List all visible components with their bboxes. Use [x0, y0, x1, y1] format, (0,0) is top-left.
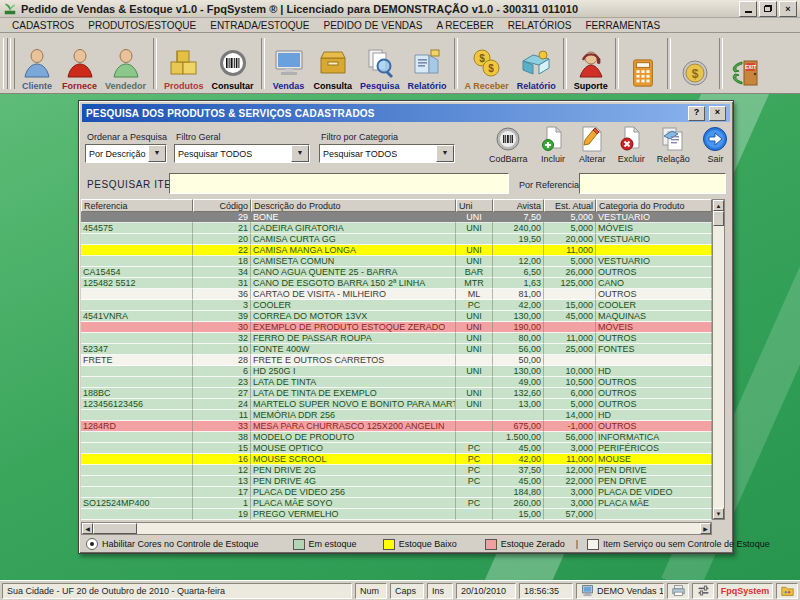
column-header-avista[interactable]: Avista	[493, 199, 544, 212]
alterar-button[interactable]: Alterar	[579, 125, 606, 164]
table-row[interactable]: SO12524MP400 1 PLACA MÃE SOYO PC 260,00 …	[81, 498, 712, 509]
scroll-up-icon[interactable]: ▲	[713, 200, 724, 211]
dialog-close-button[interactable]: ×	[709, 106, 726, 121]
toolbar-button-fornece[interactable]: Fornece	[58, 35, 101, 92]
toolbar-button-cliente[interactable]: Cliente	[16, 35, 58, 92]
excluir-button[interactable]: Excluir	[618, 125, 645, 164]
window-titlebar[interactable]: Pedido de Vendas & Estoque v1.0 - FpqSys…	[0, 0, 800, 18]
table-row[interactable]: 32 FERRO DE PASSAR ROUPA UNI 80,00 11,00…	[81, 333, 712, 344]
toolbar-separator	[563, 38, 567, 89]
vertical-scroll-thumb[interactable]	[713, 211, 724, 226]
relacao-button[interactable]: Relação	[657, 125, 690, 164]
table-row[interactable]: CA15454 34 CANO AGUA QUENTE 25 - BARRA B…	[81, 267, 712, 278]
close-button[interactable]: ×	[779, 1, 797, 17]
toolbar-button-vendas[interactable]: Vendas	[268, 35, 310, 92]
table-row[interactable]: 17 PLACA DE VIDEO 256 184,80 3,000 PLACA…	[81, 487, 712, 498]
toolbar-button-suporte[interactable]: Suporte	[570, 35, 612, 92]
exit-arrow-icon	[702, 125, 729, 152]
table-row[interactable]: 22 CAMISA MANGA LONGA UNI 11,000	[81, 245, 712, 256]
column-header-categoria[interactable]: Categoria do Produto	[596, 199, 712, 212]
application-window: Pedido de Vendas & Estoque v1.0 - FpqSys…	[0, 0, 800, 600]
horizontal-scrollbar[interactable]: ◀ ▶	[81, 522, 712, 535]
table-row[interactable]: 30 EXEMPLO DE PRODUTO ESTOQUE ZERADO UNI…	[81, 322, 712, 333]
toolbar-button-relatorio-produtos[interactable]: Relatório	[404, 35, 451, 92]
table-row[interactable]: 4541VNRA 39 CORREA DO MOTOR 13VX UNI 130…	[81, 311, 712, 322]
table-row[interactable]: 125482 5512 31 CANO DE ESGOTO BARRA 150 …	[81, 278, 712, 289]
table-row[interactable]: 11 MEMÓRIA DDR 256 14,000 HD	[81, 410, 712, 421]
table-row[interactable]: 38 MODELO DE PRODUTO 1.500,00 56,000 INF…	[81, 432, 712, 443]
dialog-help-button[interactable]: ?	[688, 106, 705, 121]
minimize-button[interactable]	[739, 1, 757, 17]
menu-item[interactable]: RELATÓRIOS	[501, 20, 579, 31]
table-row[interactable]: 23 LATA DE TINTA 49,00 10,500 OUTROS	[81, 377, 712, 388]
order-filter-select[interactable]: Por Descrição ▼	[85, 144, 167, 163]
menu-item[interactable]: CADASTROS	[5, 20, 81, 31]
table-row[interactable]: 12 PEN DRIVE 2G PC 37,50 12,000 PEN DRIV…	[81, 465, 712, 476]
client-person-icon	[20, 45, 54, 81]
toolbar-button-sair[interactable]: EXIT	[726, 35, 768, 92]
table-body: 29 BONE UNI 7,50 5,000 VESTUARIO 454575 …	[81, 212, 712, 520]
column-header-referencia[interactable]: Referencia	[81, 199, 193, 212]
horizontal-scroll-thumb[interactable]	[93, 523, 137, 534]
table-row[interactable]: 18 CAMISETA COMUN UNI 12,00 5,000 VESTUA…	[81, 256, 712, 267]
seller-person-icon	[109, 45, 143, 81]
table-row[interactable]: 6 HD 250G I UNI 130,00 10,000 HD	[81, 366, 712, 377]
table-row[interactable]: 3 COOLER PC 42,00 15,000 COOLER	[81, 300, 712, 311]
incluir-button[interactable]: Incluir	[540, 125, 567, 164]
status-settings-button[interactable]	[692, 583, 714, 599]
scroll-left-icon[interactable]: ◀	[82, 523, 93, 534]
table-row[interactable]: 52347 10 FONTE 400W UNI 56,00 25,000 FON…	[81, 344, 712, 355]
menu-bar: CADASTROSPRODUTOS/ESTOQUEENTRADA/ESTOQUE…	[0, 18, 800, 33]
menu-item[interactable]: A RECEBER	[429, 20, 500, 31]
calculator-icon	[626, 55, 660, 91]
menu-item[interactable]: ENTRADA/ESTOQUE	[203, 20, 316, 31]
toolbar-button-consultar[interactable]: Consultar	[208, 35, 258, 92]
status-printer-button[interactable]	[667, 583, 689, 599]
chevron-down-icon[interactable]: ▼	[148, 145, 166, 162]
scroll-down-icon[interactable]: ▼	[713, 508, 724, 519]
column-header-descricao[interactable]: Descrição do Produto	[251, 199, 456, 212]
toolbar-button-a-receber[interactable]: $$ A Receber	[461, 35, 513, 92]
table-row[interactable]: FRETE 28 FRETE E OUTROS CARRETOS 50,00	[81, 355, 712, 366]
table-row[interactable]: 13 PEN DRIVE 4G PC 45,00 22,000 PEN DRIV…	[81, 476, 712, 487]
toolbar-button-consulta[interactable]: Consulta	[310, 35, 357, 92]
menu-item[interactable]: PRODUTOS/ESTOQUE	[81, 20, 203, 31]
dialog-titlebar[interactable]: PESQUISA DOS PRODUTOS & SERVIÇOS CADASTR…	[82, 104, 730, 122]
category-filter-select[interactable]: Pesquisar TODOS ▼	[319, 144, 455, 163]
table-row[interactable]: 29 BONE UNI 7,50 5,000 VESTUARIO	[81, 212, 712, 223]
column-header-uni[interactable]: Uni	[456, 199, 493, 212]
table-row[interactable]: 188BC 27 LATA DE TINTA DE EXEMPLO UNI 13…	[81, 388, 712, 399]
dialog-title: PESQUISA DOS PRODUTOS & SERVIÇOS CADASTR…	[86, 108, 375, 119]
vertical-scrollbar[interactable]: ▲ ▼	[712, 199, 725, 520]
status-folder-button[interactable]	[776, 583, 798, 599]
scroll-right-icon[interactable]: ▶	[700, 523, 711, 534]
toolbar-button-moeda[interactable]: $	[674, 35, 716, 92]
codbarra-button[interactable]: CodBarra	[489, 125, 528, 164]
toolbar-button-vendedor[interactable]: Vendedor	[101, 35, 150, 92]
chevron-down-icon[interactable]: ▼	[291, 145, 309, 162]
general-filter-select[interactable]: Pesquisar TODOS ▼	[174, 144, 310, 163]
column-header-codigo[interactable]: Código	[193, 199, 251, 212]
menu-item[interactable]: FERRAMENTAS	[578, 20, 667, 31]
toolbar-button-relatorio-receber[interactable]: Relatório	[513, 35, 560, 92]
table-row[interactable]: 123456123456 24 MARTELO SUPER NOVO E BON…	[81, 399, 712, 410]
folder-users-icon	[781, 584, 794, 597]
chevron-down-icon[interactable]: ▼	[436, 145, 454, 162]
menu-item[interactable]: PEDIDO DE VENDAS	[317, 20, 430, 31]
table-row[interactable]: 454575 21 CADEIRA GIRATORIA UNI 240,00 5…	[81, 223, 712, 234]
restore-button[interactable]	[759, 1, 777, 17]
column-header-est-atual[interactable]: Est. Atual	[544, 199, 596, 212]
sair-button[interactable]: Sair	[702, 125, 729, 164]
table-row[interactable]: 19 PREGO VERMELHO 15,00 57,000	[81, 509, 712, 520]
search-item-input[interactable]	[169, 173, 509, 194]
table-row[interactable]: 36 CARTAO DE VISITA - MILHEIRO ML 81,00 …	[81, 289, 712, 300]
toolbar-button-produtos[interactable]: Produtos	[160, 35, 208, 92]
reference-input[interactable]	[579, 173, 726, 194]
toolbar-button-calculadora[interactable]	[622, 35, 664, 92]
table-row[interactable]: 1284RD 33 MESA PARA CHURRASCO 125X200 AN…	[81, 421, 712, 432]
toolbar-button-pesquisa[interactable]: Pesquisa	[356, 35, 404, 92]
table-row[interactable]: 15 MOUSE OPTICO PC 45,00 3,000 PERIFÉRIC…	[81, 443, 712, 454]
table-row[interactable]: 16 MOUSE SCROOL PC 42,00 11,000 MOUSE	[81, 454, 712, 465]
table-row[interactable]: 20 CAMISA CURTA GG 19,50 20,000 VESTUARI…	[81, 234, 712, 245]
enable-colors-radio[interactable]	[86, 538, 98, 550]
